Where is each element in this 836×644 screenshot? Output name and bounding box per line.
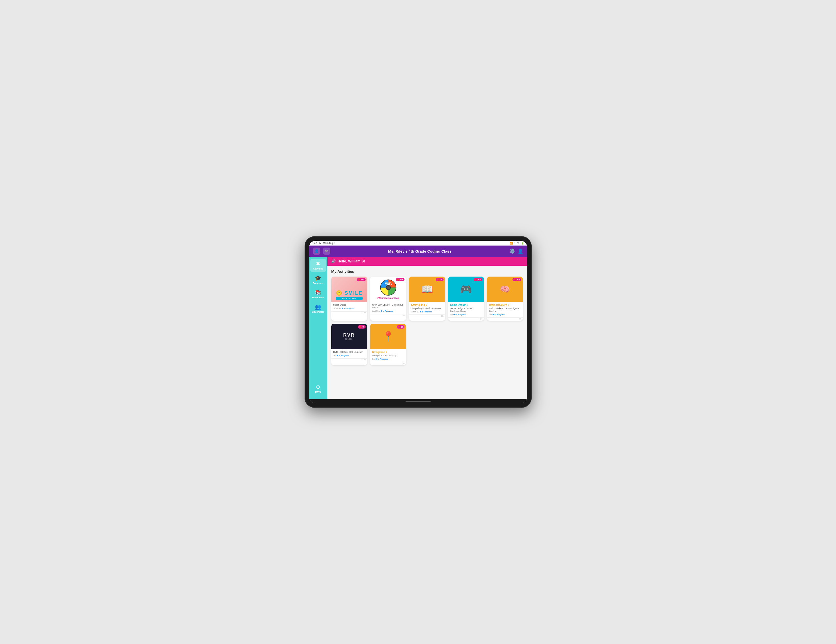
card-meta-simon: Just Now In Progress: [372, 310, 404, 312]
dot-smile: [342, 307, 343, 309]
time-navigation: 3m: [372, 358, 375, 360]
badge-smile: ❤️143: [357, 278, 366, 281]
pin-icon: 📍: [382, 331, 394, 342]
classmates-label: Classmates: [312, 311, 324, 313]
programs-label: Programs: [313, 282, 323, 284]
activities-icon: ✖: [316, 261, 320, 267]
card-title-gamedesign: Game Design 1: [450, 304, 482, 306]
hour-code-badge: HOUR OF CODE: [336, 297, 362, 300]
card-image-smile: ❤️143 🙂 SMILE HOUR OF CODE: [331, 276, 367, 302]
time-smile: Just Now: [333, 307, 341, 309]
classmates-icon: 👥: [315, 304, 321, 310]
dot-rvr: [336, 355, 338, 356]
card-subtitle-brainbreakers: Brain Breakers 3: Prank Jigsaw Challen..…: [489, 307, 521, 313]
card-info-navigation: Navigation 2 Navigation 2: Boomerang 3m …: [370, 349, 406, 361]
card-title-brainbreakers: Brain Breakers 3: [489, 304, 521, 306]
status-simon: In Progress: [383, 310, 393, 312]
simon-content: SIMON SAYS PART 1 #ThursdayLearnday: [377, 280, 399, 299]
littlebits-text: littleBits: [343, 338, 355, 340]
sidebar-item-classmates[interactable]: 👥 Classmates: [310, 302, 326, 315]
sidebar-item-programs[interactable]: 🎓 Programs: [310, 273, 326, 286]
card-smile[interactable]: ❤️143 🙂 SMILE HOUR OF CODE Super Smiles: [331, 276, 367, 321]
drive-icon: ⊙: [316, 384, 320, 390]
content-area: 🔊 Hello, William S! My Activities ❤️143: [327, 257, 527, 399]
student-icon: 👤: [314, 249, 319, 253]
hello-text: Hello, William S!: [338, 259, 365, 263]
sidebar-item-drive[interactable]: ⊙ Drive: [310, 382, 326, 395]
threed-icon-button[interactable]: 3D: [323, 248, 330, 255]
programs-icon: 🎓: [315, 275, 321, 281]
status-right: 📶 16% 🔋: [510, 242, 524, 245]
speaker-icon: 🔊: [331, 259, 336, 263]
status-date: Mon Aug 3: [323, 242, 335, 245]
student-icon-button[interactable]: 👤: [313, 248, 320, 255]
tablet-screen: 9:47 PM Mon Aug 3 📶 16% 🔋 👤 3D Ms. Riley…: [309, 241, 527, 403]
time-simon: Just Now: [372, 310, 380, 312]
card-title-navigation: Navigation 2: [372, 351, 404, 353]
tablet-frame: 9:47 PM Mon Aug 3 📶 16% 🔋 👤 3D Ms. Riley…: [305, 236, 532, 408]
sidebar-item-resources[interactable]: 📚 Resources: [310, 288, 326, 301]
sidebar-item-activities[interactable]: ✖ Activities: [310, 259, 326, 272]
progress-pct-navigation: 0%: [370, 362, 406, 365]
badge-gamedesign: ❤️100: [474, 278, 482, 281]
status-time: 9:47 PM: [312, 242, 322, 245]
header-title: Ms. Riley's 4th Grade Coding Class: [330, 249, 509, 253]
card-image-rvr: ❤️40 RVR littleBits: [331, 324, 367, 349]
card-simon[interactable]: ❤️165: [370, 276, 406, 321]
card-image-navigation: ❤️29 📍: [370, 324, 406, 349]
status-brainbreakers: In Progress: [495, 314, 505, 316]
dot-brainbreakers: [493, 314, 494, 315]
rvr-text: RVR: [343, 333, 355, 338]
drive-label: Drive: [315, 391, 321, 393]
badge-brainbreakers: ❤️194: [513, 278, 521, 281]
card-image-gamedesign: ❤️100 🎮: [448, 276, 484, 302]
status-rvr: In Progress: [339, 354, 349, 356]
card-info-smile: Super Smiles Just Now In Progress: [331, 302, 367, 311]
profile-icon[interactable]: 👤: [518, 248, 523, 254]
battery-icon: 🔋: [521, 242, 524, 245]
progress-pct-rvr: 0%: [331, 359, 367, 361]
card-rvr[interactable]: ❤️40 RVR littleBits RVR + littleBits - B…: [331, 324, 367, 365]
progress-pct-simon: 0%: [370, 314, 406, 317]
time-brainbreakers: 2m: [489, 314, 491, 316]
settings-icon[interactable]: ⚙️: [509, 248, 515, 254]
status-navigation: In Progress: [377, 358, 388, 360]
status-left: 9:47 PM Mon Aug 3: [312, 242, 335, 245]
card-storytelling[interactable]: ❤️29 📖 Storytelling 5 Storytelling 5: Ti…: [409, 276, 445, 321]
card-brainbreakers[interactable]: ❤️194 🧠 Brain Breakers 3 Brain Breakers …: [487, 276, 523, 321]
activities-label: Activities: [313, 268, 323, 270]
resources-label: Resources: [312, 296, 324, 299]
card-subtitle-navigation: Navigation 2: Boomerang: [372, 354, 404, 357]
home-bar: [405, 401, 431, 402]
card-navigation[interactable]: ❤️29 📍 Navigation 2 Navigation 2: Boomer…: [370, 324, 406, 365]
sidebar: ✖ Activities 🎓 Programs 📚 Resources 👥 Cl…: [309, 257, 327, 399]
card-meta-storytelling: Just Now In Progress: [411, 311, 443, 313]
battery-level: 16%: [514, 242, 519, 245]
activity-cards-row2: ❤️40 RVR littleBits RVR + littleBits - B…: [331, 324, 523, 365]
svg-text:PART 1: PART 1: [385, 283, 392, 285]
card-subtitle-storytelling: Storytelling 5: Titanic Functions: [411, 307, 443, 310]
brain-icon: 🧠: [500, 284, 510, 294]
wifi-icon: 📶: [510, 242, 513, 245]
card-subtitle-smile: Super Smiles: [333, 304, 365, 306]
badge-rvr: ❤️40: [358, 325, 366, 329]
card-meta-navigation: 3m In Progress: [372, 358, 404, 360]
book-icon: 📖: [421, 284, 433, 295]
card-meta-smile: Just Now In Progress: [333, 307, 365, 309]
dot-gamedesign: [454, 314, 455, 315]
card-subtitle-gamedesign: Game Design 1: Sphero Challenge Bingo: [450, 307, 482, 313]
card-title-storytelling: Storytelling 5: [411, 304, 443, 306]
card-info-simon: Grow With Sphero - Simon Says Part 1 Jus…: [370, 302, 406, 314]
app-header: 👤 3D Ms. Riley's 4th Grade Coding Class …: [309, 245, 527, 257]
badge-storytelling: ❤️29: [436, 278, 444, 281]
gamepad-icon: 🎮: [460, 284, 472, 295]
progress-pct-storytelling: 0%: [409, 315, 445, 318]
card-gamedesign[interactable]: ❤️100 🎮 Game Design 1 Game Design 1: Sph…: [448, 276, 484, 321]
header-left: 👤 3D: [313, 248, 330, 255]
card-info-storytelling: Storytelling 5 Storytelling 5: Titanic F…: [409, 302, 445, 314]
rvr-content: RVR littleBits: [341, 330, 357, 342]
card-subtitle-simon: Grow With Sphero - Simon Says Part 1: [372, 304, 404, 309]
header-right: ⚙️ 👤: [509, 248, 523, 254]
dot-storytelling: [420, 311, 421, 312]
threed-icon: 3D: [325, 250, 328, 253]
